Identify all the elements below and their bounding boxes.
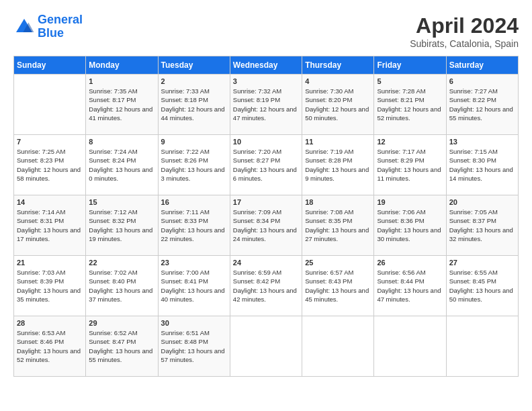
day-info: Sunrise: 6:51 AMSunset: 8:48 PMDaylight:…	[161, 328, 227, 364]
day-info: Sunrise: 7:28 AMSunset: 8:21 PMDaylight:…	[377, 87, 443, 122]
day-number: 3	[233, 77, 299, 85]
logo: General Blue	[13, 13, 83, 40]
day-number: 25	[305, 259, 371, 267]
day-number: 17	[233, 198, 299, 206]
day-info: Sunrise: 7:09 AMSunset: 8:34 PMDaylight:…	[233, 208, 299, 243]
day-number: 14	[17, 198, 83, 206]
day-info: Sunrise: 7:25 AMSunset: 8:23 PMDaylight:…	[17, 147, 83, 183]
calendar-cell: 21 Sunrise: 7:03 AMSunset: 8:39 PMDaylig…	[14, 256, 86, 316]
day-info: Sunrise: 7:00 AMSunset: 8:41 PMDaylight:…	[161, 268, 227, 304]
title-block: April 2024 Subirats, Catalonia, Spain	[410, 13, 519, 49]
header-thursday: Thursday	[302, 56, 374, 75]
calendar-cell: 17 Sunrise: 7:09 AMSunset: 8:34 PMDaylig…	[230, 195, 302, 256]
calendar-cell: 11 Sunrise: 7:19 AMSunset: 8:28 PMDaylig…	[302, 135, 374, 195]
calendar-cell: 2 Sunrise: 7:33 AMSunset: 8:18 PMDayligh…	[158, 75, 230, 135]
day-number: 11	[305, 138, 371, 146]
calendar-cell: 13 Sunrise: 7:15 AMSunset: 8:30 PMDaylig…	[446, 135, 518, 195]
day-number: 21	[17, 259, 83, 267]
day-number: 27	[449, 259, 515, 267]
day-info: Sunrise: 7:22 AMSunset: 8:26 PMDaylight:…	[161, 147, 227, 183]
location: Subirats, Catalonia, Spain	[410, 38, 519, 49]
calendar-cell: 15 Sunrise: 7:12 AMSunset: 8:32 PMDaylig…	[86, 195, 158, 256]
day-info: Sunrise: 7:05 AMSunset: 8:37 PMDaylight:…	[449, 208, 515, 243]
day-info: Sunrise: 7:35 AMSunset: 8:17 PMDaylight:…	[89, 87, 154, 122]
day-info: Sunrise: 7:15 AMSunset: 8:30 PMDaylight:…	[449, 147, 515, 183]
calendar-cell: 19 Sunrise: 7:06 AMSunset: 8:36 PMDaylig…	[374, 195, 446, 256]
logo-line1: General	[38, 13, 83, 26]
calendar-cell: 8 Sunrise: 7:24 AMSunset: 8:24 PMDayligh…	[86, 135, 158, 195]
calendar-cell: 5 Sunrise: 7:28 AMSunset: 8:21 PMDayligh…	[374, 75, 446, 135]
day-info: Sunrise: 7:32 AMSunset: 8:19 PMDaylight:…	[233, 87, 299, 122]
header-saturday: Saturday	[446, 56, 518, 75]
calendar-cell: 22 Sunrise: 7:02 AMSunset: 8:40 PMDaylig…	[86, 256, 158, 316]
calendar-cell: 12 Sunrise: 7:17 AMSunset: 8:29 PMDaylig…	[374, 135, 446, 195]
calendar-cell: 9 Sunrise: 7:22 AMSunset: 8:26 PMDayligh…	[158, 135, 230, 195]
day-number: 2	[161, 77, 227, 85]
header-sunday: Sunday	[14, 56, 86, 75]
calendar-cell	[302, 316, 374, 377]
calendar-cell	[374, 316, 446, 377]
day-info: Sunrise: 6:59 AMSunset: 8:42 PMDaylight:…	[233, 268, 299, 304]
day-info: Sunrise: 7:11 AMSunset: 8:33 PMDaylight:…	[161, 208, 227, 243]
day-number: 13	[449, 138, 515, 146]
page-header: General Blue April 2024 Subirats, Catalo…	[13, 13, 519, 49]
calendar-cell: 6 Sunrise: 7:27 AMSunset: 8:22 PMDayligh…	[446, 75, 518, 135]
calendar-cell	[230, 316, 302, 377]
day-number: 26	[377, 259, 443, 267]
day-info: Sunrise: 7:24 AMSunset: 8:24 PMDaylight:…	[89, 147, 154, 183]
day-number: 28	[17, 319, 83, 327]
day-number: 6	[449, 77, 515, 85]
header-monday: Monday	[86, 56, 158, 75]
day-number: 24	[233, 259, 299, 267]
day-number: 30	[161, 319, 227, 327]
logo-icon	[13, 16, 35, 38]
calendar-cell: 30 Sunrise: 6:51 AMSunset: 8:48 PMDaylig…	[158, 316, 230, 377]
calendar-cell: 14 Sunrise: 7:14 AMSunset: 8:31 PMDaylig…	[14, 195, 86, 256]
day-info: Sunrise: 7:08 AMSunset: 8:35 PMDaylight:…	[305, 208, 371, 243]
day-number: 12	[377, 138, 443, 146]
day-number: 19	[377, 198, 443, 206]
day-number: 18	[305, 198, 371, 206]
header-wednesday: Wednesday	[230, 56, 302, 75]
calendar-cell: 26 Sunrise: 6:56 AMSunset: 8:44 PMDaylig…	[374, 256, 446, 316]
day-info: Sunrise: 7:27 AMSunset: 8:22 PMDaylight:…	[449, 87, 515, 122]
calendar-cell: 16 Sunrise: 7:11 AMSunset: 8:33 PMDaylig…	[158, 195, 230, 256]
day-number: 20	[449, 198, 515, 206]
day-number: 8	[89, 138, 154, 146]
calendar-cell: 7 Sunrise: 7:25 AMSunset: 8:23 PMDayligh…	[14, 135, 86, 195]
day-info: Sunrise: 7:17 AMSunset: 8:29 PMDaylight:…	[377, 147, 443, 183]
day-info: Sunrise: 6:53 AMSunset: 8:46 PMDaylight:…	[17, 328, 83, 364]
calendar-cell: 3 Sunrise: 7:32 AMSunset: 8:19 PMDayligh…	[230, 75, 302, 135]
calendar-cell: 20 Sunrise: 7:05 AMSunset: 8:37 PMDaylig…	[446, 195, 518, 256]
day-number: 10	[233, 138, 299, 146]
day-info: Sunrise: 7:20 AMSunset: 8:27 PMDaylight:…	[233, 147, 299, 183]
calendar-cell: 10 Sunrise: 7:20 AMSunset: 8:27 PMDaylig…	[230, 135, 302, 195]
day-info: Sunrise: 7:03 AMSunset: 8:39 PMDaylight:…	[17, 268, 83, 304]
calendar-week-1: 1 Sunrise: 7:35 AMSunset: 8:17 PMDayligh…	[14, 75, 519, 135]
month-title: April 2024	[410, 13, 519, 38]
calendar-header-row: SundayMondayTuesdayWednesdayThursdayFrid…	[14, 56, 519, 75]
day-info: Sunrise: 7:19 AMSunset: 8:28 PMDaylight:…	[305, 147, 371, 183]
calendar-week-4: 21 Sunrise: 7:03 AMSunset: 8:39 PMDaylig…	[14, 256, 519, 316]
day-info: Sunrise: 6:52 AMSunset: 8:47 PMDaylight:…	[89, 328, 154, 364]
day-info: Sunrise: 7:12 AMSunset: 8:32 PMDaylight:…	[89, 208, 154, 243]
calendar-table: SundayMondayTuesdayWednesdayThursdayFrid…	[13, 56, 519, 377]
day-info: Sunrise: 6:57 AMSunset: 8:43 PMDaylight:…	[305, 268, 371, 304]
calendar-cell: 24 Sunrise: 6:59 AMSunset: 8:42 PMDaylig…	[230, 256, 302, 316]
calendar-cell	[446, 316, 518, 377]
header-tuesday: Tuesday	[158, 56, 230, 75]
calendar-cell: 28 Sunrise: 6:53 AMSunset: 8:46 PMDaylig…	[14, 316, 86, 377]
day-info: Sunrise: 7:30 AMSunset: 8:20 PMDaylight:…	[305, 87, 371, 122]
calendar-cell: 29 Sunrise: 6:52 AMSunset: 8:47 PMDaylig…	[86, 316, 158, 377]
calendar-cell: 23 Sunrise: 7:00 AMSunset: 8:41 PMDaylig…	[158, 256, 230, 316]
calendar-cell	[14, 75, 86, 135]
calendar-cell: 1 Sunrise: 7:35 AMSunset: 8:17 PMDayligh…	[86, 75, 158, 135]
day-number: 15	[89, 198, 154, 206]
logo-line2: Blue	[38, 27, 83, 40]
day-number: 4	[305, 77, 371, 85]
day-number: 5	[377, 77, 443, 85]
day-number: 22	[89, 259, 154, 267]
calendar-cell: 27 Sunrise: 6:55 AMSunset: 8:45 PMDaylig…	[446, 256, 518, 316]
calendar-cell: 4 Sunrise: 7:30 AMSunset: 8:20 PMDayligh…	[302, 75, 374, 135]
day-number: 23	[161, 259, 227, 267]
